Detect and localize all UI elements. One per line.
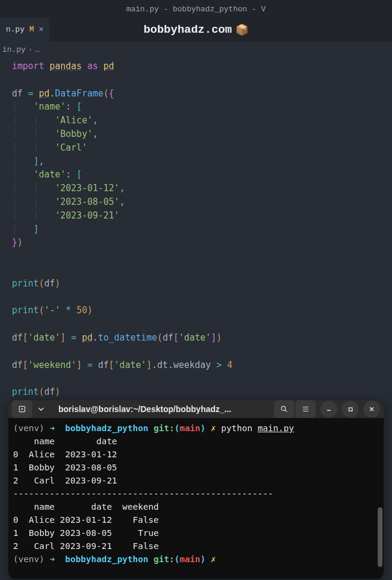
chevron-right-icon: › xyxy=(28,45,33,54)
plus-box-icon xyxy=(18,405,26,413)
breadcrumb-file: in.py xyxy=(2,45,26,54)
out-header2: name date weekend xyxy=(13,502,158,512)
editor-tabs-area: n.py M × bobbyhadz.com 📦 xyxy=(0,18,392,42)
terminal-titlebar: borislav@borislav:~/Desktop/bobbyhadz_..… xyxy=(8,400,384,418)
window-titlebar: main.py - bobbyhadz_python - V xyxy=(0,0,392,18)
cmd-arg: main.py xyxy=(257,423,294,433)
call-to-datetime: to_datetime xyxy=(98,332,157,343)
banner-text: bobbyhadz.com xyxy=(144,23,232,36)
call-dataframe: DataFrame xyxy=(55,88,103,99)
print-1: print xyxy=(12,278,39,289)
tab-dropdown[interactable] xyxy=(35,400,48,418)
key-name: 'name' xyxy=(33,101,66,112)
tab-label: n.py xyxy=(6,25,24,34)
close-icon xyxy=(369,406,375,412)
new-tab-button[interactable] xyxy=(12,400,32,418)
terminal-actions xyxy=(274,400,380,418)
str-d3: '2023-09-21' xyxy=(55,210,119,221)
out2-row-0: 0 Alice 2023-01-12 False xyxy=(13,515,158,525)
minimize-icon xyxy=(326,406,332,412)
out-row-2: 2 Carl 2023-09-21 xyxy=(13,476,117,485)
out-sep: ----------------------------------------… xyxy=(13,489,273,498)
prompt-venv: (venv) xyxy=(13,423,44,433)
prompt-arrow: ➜ xyxy=(49,423,55,433)
prompt-branch: main xyxy=(179,423,200,433)
terminal-title: borislav@borislav:~/Desktop/bobbyhadz_..… xyxy=(50,404,272,414)
str-d1: '2023-01-12' xyxy=(55,183,119,194)
str-alice: 'Alice' xyxy=(55,115,92,126)
site-banner: bobbyhadz.com 📦 xyxy=(144,23,248,36)
out-row-0: 0 Alice 2023-01-12 xyxy=(13,450,117,459)
window-title: main.py - bobbyhadz_python - V xyxy=(126,5,266,14)
svg-point-1 xyxy=(281,406,285,410)
out-row-1: 1 Bobby 2023-08-05 xyxy=(13,463,117,472)
terminal-scrollbar[interactable] xyxy=(378,507,382,567)
hamburger-icon xyxy=(301,405,310,413)
prompt-dirty: ✗ xyxy=(211,423,216,433)
cmd-python: python xyxy=(221,423,252,433)
code-editor[interactable]: import pandas as pd df = pd.DataFrame({ … xyxy=(0,57,392,399)
key-date: 'date' xyxy=(33,169,66,180)
search-button[interactable] xyxy=(274,400,294,418)
var-df: df xyxy=(12,88,23,99)
out2-row-1: 1 Bobby 2023-08-05 True xyxy=(13,528,158,538)
tab-main-py[interactable]: n.py M × xyxy=(0,18,49,42)
modified-indicator: M xyxy=(29,25,34,34)
menu-button[interactable] xyxy=(295,400,316,418)
kw-import: import xyxy=(12,61,44,71)
minimize-button[interactable] xyxy=(321,401,337,417)
alias-pd: pd xyxy=(104,61,114,71)
out-header1: name date xyxy=(13,436,117,446)
str-carl: 'Carl' xyxy=(55,142,87,153)
svg-rect-2 xyxy=(349,407,351,410)
breadcrumb[interactable]: in.py › … xyxy=(0,42,392,57)
maximize-icon xyxy=(348,407,353,412)
pd-ref: pd xyxy=(39,88,49,99)
terminal-window: borislav@borislav:~/Desktop/bobbyhadz_..… xyxy=(8,400,384,579)
print-3: print xyxy=(12,386,39,397)
breadcrumb-more: … xyxy=(35,45,40,54)
chevron-down-icon xyxy=(38,406,44,412)
str-bobby: 'Bobby' xyxy=(55,129,92,139)
str-d2: '2023-08-05' xyxy=(55,197,119,207)
cube-icon: 📦 xyxy=(235,23,248,36)
maximize-button[interactable] xyxy=(342,401,359,417)
print-2: print xyxy=(12,305,39,316)
out2-row-2: 2 Carl 2023-09-21 False xyxy=(13,541,158,551)
terminal-body[interactable]: (venv) ➜ bobbyhadz_python git:(main) ✗ p… xyxy=(8,418,384,579)
prompt-git: git: xyxy=(154,423,175,433)
op-eq: = xyxy=(28,88,33,99)
close-button[interactable] xyxy=(363,401,380,417)
kw-as: as xyxy=(87,61,98,71)
mod-pandas: pandas xyxy=(49,61,82,71)
close-icon[interactable]: × xyxy=(39,25,43,35)
search-icon xyxy=(280,405,288,413)
prompt-dir: bobbyhadz_python xyxy=(65,423,148,433)
